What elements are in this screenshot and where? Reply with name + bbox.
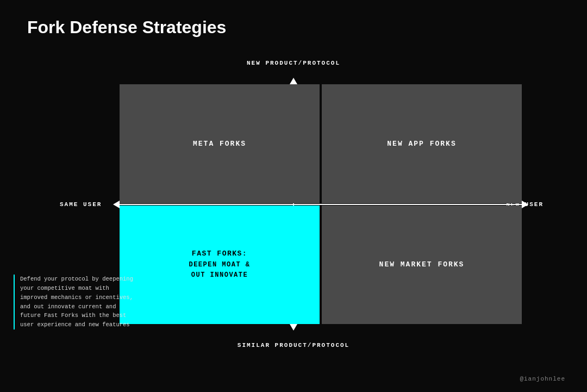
arrow-right-icon: [522, 201, 528, 208]
axis-left-label: SAME USER: [60, 201, 102, 208]
axis-top-label: NEW PRODUCT/PROTOCOL: [247, 60, 340, 66]
fast-forks-main-label: FAST FORKS:: [189, 248, 250, 260]
arrow-left-icon: [113, 201, 120, 208]
quadrant-new-market-forks: NEW MARKET FORKS: [322, 206, 522, 325]
fast-forks-sub-label: DEEPEN MOAT &OUT INNOVATE: [189, 260, 250, 281]
quadrant-meta-forks: META FORKS: [120, 84, 320, 203]
quadrant-grid: META FORKS NEW APP FORKS FAST FORKS: DEE…: [120, 84, 522, 324]
arrow-up-icon: [290, 78, 297, 84]
arrow-down-icon: [290, 324, 297, 331]
quadrant-fast-forks: FAST FORKS: DEEPEN MOAT &OUT INNOVATE: [120, 206, 320, 325]
annotation-text: Defend your protocol by deepening your c…: [14, 275, 133, 329]
axis-bottom-label: SIMILAR PRODUCT/PROTOCOL: [238, 342, 349, 349]
quadrant-new-app-forks: NEW APP FORKS: [322, 84, 522, 203]
attribution-label: @ianjohnlee: [520, 376, 565, 382]
page-title: Fork Defense Strategies: [27, 17, 226, 38]
